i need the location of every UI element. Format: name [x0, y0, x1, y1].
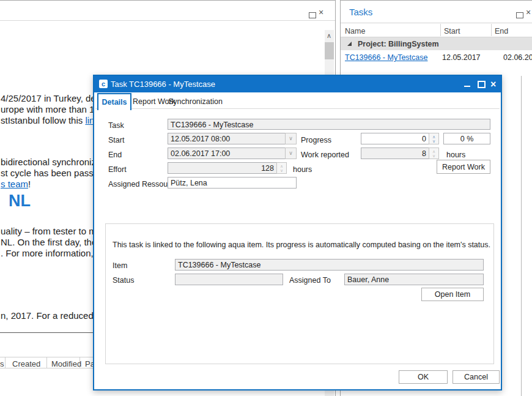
text-fragment: ! — [28, 179, 31, 189]
column-separator — [440, 24, 441, 36]
progress-spinner[interactable]: ∧ ∨ — [429, 133, 439, 144]
maximize-icon[interactable] — [478, 81, 486, 88]
progress-label: Progress — [301, 136, 331, 144]
chevron-down-icon: ∨ — [289, 136, 293, 141]
table-header-cell[interactable]: Modified — [51, 359, 81, 368]
table-header-cell[interactable]: s — [0, 359, 4, 368]
end-label: End — [108, 151, 122, 159]
progress-percent-box: 0 % — [443, 133, 490, 144]
column-separator — [46, 357, 47, 368]
task-field: TC139666 - MyTestcase — [168, 119, 490, 130]
work-reported-spinner[interactable]: ∧ ∨ — [429, 148, 439, 159]
start-label: Start — [108, 136, 124, 144]
start-dropdown-button[interactable]: ∨ — [285, 133, 297, 144]
start-field[interactable]: 12.05.2017 08:00 — [168, 133, 286, 144]
text-fragment: uality – from tester to mar — [1, 226, 105, 236]
task-start-date: 12.05.2017 — [442, 53, 481, 62]
task-end-date: 02.06.2017 — [503, 53, 532, 62]
report-work-button[interactable]: Report Work — [437, 160, 490, 174]
column-header-start[interactable]: Start — [444, 27, 460, 35]
column-separator — [5, 357, 6, 368]
tabbar-divider — [95, 108, 500, 109]
spinner-up-icon[interactable]: ∧ — [432, 135, 435, 139]
effort-label: Effort — [108, 165, 127, 174]
titlebar-divider — [0, 20, 335, 21]
column-header-end[interactable]: End — [495, 27, 508, 35]
end-field[interactable]: 02.06.2017 17:00 — [168, 148, 286, 159]
close-icon[interactable]: × — [490, 81, 496, 88]
assigned-to-field: Bauer, Anne — [344, 274, 484, 285]
group-row[interactable]: Project: BillingSystem — [341, 37, 532, 50]
item-field: TC139666 - MyTestcase — [175, 259, 484, 271]
work-unit-label: hours — [446, 151, 465, 159]
table-row[interactable]: TC139666 - MyTestcase 12.05.2017 02.06.2… — [341, 50, 532, 64]
group-expand-icon[interactable] — [347, 42, 352, 46]
open-item-button[interactable]: Open Item — [421, 288, 484, 301]
linked-item-info: This task is linked to the following aqu… — [113, 241, 490, 249]
text-fragment: urope with more than 100 — [1, 104, 105, 114]
effort-field: 128 — [168, 162, 277, 174]
cancel-button[interactable]: Cancel — [453, 370, 500, 384]
panel-edge-line — [521, 76, 522, 396]
assigned-to-label: Assigned To — [289, 276, 331, 285]
ok-button[interactable]: OK — [399, 370, 448, 384]
text-fragment: stIstanbul follow this — [1, 115, 85, 125]
spinner-up-icon[interactable]: ∧ — [432, 149, 435, 154]
header-row-top-border — [341, 23, 532, 23]
chevron-down-icon: ∨ — [289, 151, 293, 156]
linked-item-groupbox: This task is linked to the following aqu… — [105, 223, 494, 364]
progress-field[interactable]: 0 — [361, 133, 429, 144]
spinner-down-icon[interactable]: ∨ — [280, 168, 283, 173]
tasks-panel-title: Tasks — [349, 7, 372, 17]
section-heading: NL — [9, 192, 31, 211]
status-label: Status — [113, 276, 134, 285]
column-header-name[interactable]: Name — [345, 27, 365, 35]
text-fragment: s team! — [1, 179, 31, 189]
maximize-icon[interactable] — [309, 10, 316, 21]
table-header-cell[interactable]: Created — [12, 359, 40, 368]
assigned-ressource-field[interactable]: Pütz, Lena — [168, 177, 297, 189]
status-field — [175, 274, 283, 285]
effort-spinner[interactable]: ∧ ∨ — [276, 162, 287, 174]
close-icon[interactable]: × — [526, 9, 531, 15]
dialog-title: Task TC139666 - MyTestcase — [111, 80, 215, 89]
minimize-icon[interactable] — [464, 86, 470, 87]
column-separator — [491, 24, 492, 36]
text-fragment: 4/25/2017 in Turkey, deal — [1, 93, 103, 103]
text-fragment: NL. On the first day, ther — [1, 237, 100, 247]
dialog-titlebar[interactable]: c Task TC139666 - MyTestcase × — [94, 76, 501, 92]
chevron-up-icon[interactable]: ∧ — [327, 32, 331, 39]
spinner-down-icon[interactable]: ∨ — [432, 139, 435, 143]
end-dropdown-button[interactable]: ∨ — [285, 148, 297, 159]
screen: × ∧ 4/25/2017 in Turkey, deal urope with… — [0, 0, 532, 396]
spinner-up-icon[interactable]: ∧ — [280, 164, 283, 168]
work-reported-field: 8 — [361, 148, 429, 159]
task-dialog: c Task TC139666 - MyTestcase × Details R… — [93, 75, 502, 390]
group-row-label: Project: BillingSystem — [358, 40, 439, 48]
spinner-down-icon[interactable]: ∨ — [432, 154, 435, 158]
effort-unit-label: hours — [293, 165, 312, 174]
text-fragment: n, 2017. For a reduced er — [1, 310, 104, 321]
maximize-icon[interactable] — [516, 10, 523, 21]
scrollbar-thumb[interactable] — [325, 42, 334, 59]
work-reported-label: Work reported — [301, 151, 349, 159]
text-fragment: st cycle has been passed — [1, 168, 103, 178]
tab-details[interactable]: Details — [97, 93, 131, 110]
item-label: Item — [113, 261, 127, 270]
task-label: Task — [108, 121, 124, 130]
text-fragment: . For more information, pl — [1, 248, 103, 258]
text-fragment: bidirectional synchronizat — [1, 157, 103, 167]
tab-synchronization[interactable]: Synchronization — [168, 97, 223, 106]
text-fragment: stIstanbul follow this link. — [1, 115, 102, 125]
close-icon[interactable]: × — [319, 9, 323, 15]
app-icon: c — [99, 80, 108, 88]
task-link[interactable]: TC139666 - MyTestcase — [345, 53, 427, 62]
link[interactable]: s team — [1, 179, 28, 189]
